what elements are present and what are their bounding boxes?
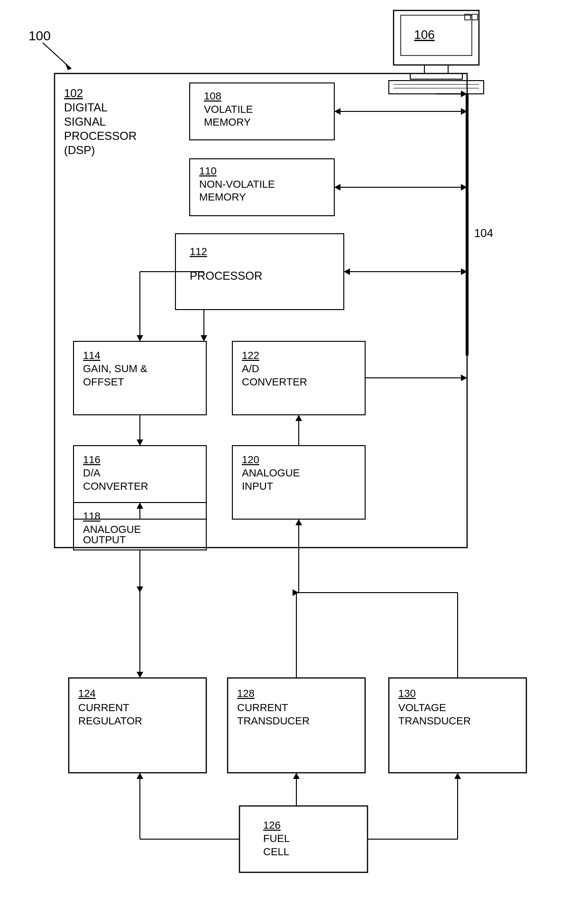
- svg-text:TRANSDUCER: TRANSDUCER: [398, 715, 471, 727]
- label-116: 116: [83, 454, 101, 466]
- svg-text:VOLTAGE: VOLTAGE: [398, 702, 446, 714]
- label-118: 118: [83, 510, 101, 522]
- svg-text:REGULATOR: REGULATOR: [78, 715, 142, 727]
- label-120: 120: [242, 454, 259, 466]
- ref-100: 100: [28, 28, 51, 43]
- label-114: 114: [83, 349, 101, 361]
- label-104: 104: [474, 227, 493, 239]
- svg-text:D/A: D/A: [83, 467, 101, 479]
- diagram-container: 100 102 DIGITAL SIGNAL PROCESSOR (DSP) 1…: [0, 0, 588, 924]
- svg-text:FUEL: FUEL: [263, 833, 290, 844]
- label-110: 110: [199, 165, 217, 177]
- label-108: 108: [204, 90, 221, 102]
- svg-text:OUTPUT: OUTPUT: [83, 534, 126, 546]
- label-130: 130: [398, 687, 416, 699]
- svg-text:CELL: CELL: [263, 846, 289, 858]
- svg-text:MEMORY: MEMORY: [204, 116, 251, 128]
- svg-text:CURRENT: CURRENT: [237, 702, 288, 714]
- svg-text:VOLATILE: VOLATILE: [204, 103, 253, 115]
- svg-text:A/D: A/D: [242, 363, 259, 375]
- svg-text:OFFSET: OFFSET: [83, 376, 124, 388]
- label-128: 128: [237, 687, 255, 699]
- label-126: 126: [263, 819, 281, 831]
- svg-text:NON-VOLATILE: NON-VOLATILE: [199, 178, 275, 190]
- svg-text:CONVERTER: CONVERTER: [83, 480, 148, 492]
- svg-text:ANALOGUE: ANALOGUE: [242, 467, 300, 479]
- label-124: 124: [78, 687, 96, 699]
- svg-text:INPUT: INPUT: [242, 480, 273, 492]
- svg-text:MEMORY: MEMORY: [199, 191, 246, 203]
- label-102: 102: [64, 87, 83, 100]
- label-122: 122: [242, 349, 259, 361]
- svg-text:TRANSDUCER: TRANSDUCER: [237, 715, 310, 727]
- svg-text:DIGITAL: DIGITAL: [64, 101, 108, 114]
- svg-text:SIGNAL: SIGNAL: [64, 115, 106, 128]
- label-112: 112: [190, 246, 207, 257]
- svg-text:CURRENT: CURRENT: [78, 702, 129, 714]
- svg-text:CONVERTER: CONVERTER: [242, 376, 307, 388]
- svg-text:(DSP): (DSP): [64, 144, 95, 156]
- svg-text:GAIN, SUM &: GAIN, SUM &: [83, 363, 147, 375]
- label-106: 106: [414, 27, 434, 42]
- svg-text:PROCESSOR: PROCESSOR: [64, 129, 137, 142]
